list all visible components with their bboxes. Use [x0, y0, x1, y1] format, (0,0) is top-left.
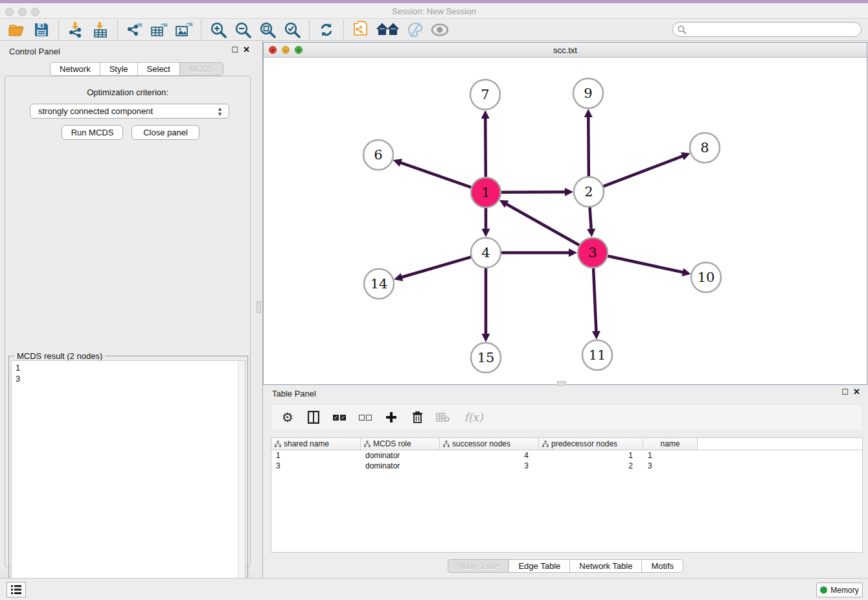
table-cell[interactable]: dominator — [361, 450, 440, 461]
export-image-icon[interactable] — [174, 20, 194, 40]
network-graph[interactable]: 1234678910111415 — [264, 58, 867, 384]
table-cell[interactable]: 1 — [539, 450, 643, 461]
titlebar[interactable]: Session: New Session — [0, 3, 868, 19]
edge-1-6[interactable] — [400, 163, 473, 189]
edge-3-1[interactable] — [505, 203, 580, 246]
tab-node-table[interactable]: Node Table — [448, 559, 509, 573]
task-history-button[interactable] — [6, 582, 26, 597]
result-line: 1 — [16, 362, 245, 373]
delete-icon[interactable] — [409, 409, 426, 426]
function-builder-icon: f(x) — [461, 409, 486, 426]
close-panel-button[interactable]: Close panel — [131, 125, 200, 140]
zoom-selected-icon[interactable] — [282, 20, 303, 40]
network-window-titlebar[interactable]: × − + scc.txt — [264, 43, 867, 58]
close-table-panel-icon[interactable]: ✕ — [853, 387, 860, 396]
network-view-window: × − + scc.txt 1234678910111415 — [263, 42, 867, 385]
divider-grip[interactable] — [257, 301, 261, 313]
table-panel-title: Table Panel — [272, 389, 316, 398]
table-body: 1dominator4113dominator323 — [271, 450, 862, 471]
column-header[interactable]: successor nodes — [440, 438, 539, 450]
main-toolbar — [0, 19, 868, 41]
table-cell[interactable]: 4 — [440, 450, 539, 461]
zoom-out-icon[interactable] — [233, 20, 253, 40]
node-label: 6 — [374, 147, 382, 163]
unchecked-box-icon — [366, 415, 372, 421]
zoom-fit-icon[interactable] — [257, 20, 278, 40]
open-file-icon[interactable] — [6, 20, 27, 40]
edge-arrowhead — [482, 229, 490, 237]
edge-4-14[interactable] — [401, 257, 473, 277]
node-label: 14 — [371, 276, 388, 292]
edge-arrowhead — [592, 331, 600, 340]
tab-edge-table[interactable]: Edge Table — [508, 559, 569, 573]
node-label: 1 — [481, 185, 490, 200]
memory-button[interactable]: Memory — [816, 583, 863, 597]
add-icon[interactable] — [383, 409, 400, 426]
tab-network-table[interactable]: Network Table — [569, 559, 641, 573]
node-label: 11 — [589, 347, 606, 363]
table-row[interactable]: 1dominator411 — [271, 450, 862, 461]
tab-style[interactable]: Style — [100, 62, 137, 76]
edge-2-9[interactable] — [588, 116, 589, 178]
unselect-all-icon[interactable] — [357, 409, 374, 426]
save-session-icon[interactable] — [31, 20, 52, 40]
network-canvas[interactable]: 1234678910111415 — [264, 58, 867, 384]
edge-arrowhead — [569, 249, 577, 257]
tab-motifs[interactable]: Motifs — [641, 559, 683, 573]
toolbar-separator — [117, 20, 118, 40]
run-mcds-button[interactable]: Run MCDS — [62, 125, 123, 140]
search-input[interactable] — [672, 22, 862, 37]
node-label: 4 — [481, 245, 490, 260]
mcds-result-text[interactable]: 1 3 — [11, 360, 246, 594]
table-cell[interactable]: 3 — [440, 461, 539, 471]
edge-arrowhead — [584, 109, 593, 117]
gear-icon[interactable]: ⚙ — [279, 409, 296, 426]
table-cell[interactable]: 3 — [643, 461, 698, 471]
float-table-panel-icon[interactable]: ☐ — [841, 388, 849, 396]
import-table-icon[interactable] — [90, 20, 111, 40]
search-field[interactable] — [672, 22, 862, 37]
column-header-label: name — [660, 439, 680, 448]
horizontal-divider-grip[interactable] — [557, 381, 566, 386]
result-scrollbar[interactable] — [238, 361, 245, 594]
edge-3-10[interactable] — [606, 255, 684, 272]
import-network-icon[interactable] — [65, 20, 86, 40]
edge-1-2[interactable] — [499, 192, 566, 192]
table-cell[interactable]: 3 — [271, 461, 361, 471]
duplicate-network-icon[interactable] — [350, 20, 371, 40]
column-header[interactable]: predecessor nodes — [539, 438, 643, 450]
edge-3-11[interactable] — [593, 266, 597, 332]
memory-status-icon — [820, 586, 827, 594]
column-header-label: MCDS role — [373, 439, 411, 448]
float-panel-icon[interactable]: ☐ — [231, 46, 238, 54]
table-cell[interactable]: 1 — [643, 450, 698, 461]
close-panel-icon[interactable]: ✕ — [243, 45, 250, 54]
column-settings-icon[interactable] — [305, 409, 322, 426]
edge-1-7[interactable] — [485, 117, 486, 179]
edge-2-8[interactable] — [602, 156, 684, 187]
column-header[interactable]: shared name — [271, 438, 361, 450]
export-network-icon[interactable] — [124, 20, 145, 40]
table-row[interactable]: 3dominator323 — [271, 461, 862, 471]
table-cell[interactable]: dominator — [361, 461, 440, 471]
criterion-select[interactable]: strongly connected component ▲▼ — [30, 104, 229, 119]
column-header[interactable]: name — [643, 438, 698, 450]
tab-network[interactable]: Network — [50, 62, 100, 76]
edge-2-3[interactable] — [589, 205, 591, 230]
node-table[interactable]: shared nameMCDS rolesuccessor nodesprede… — [271, 437, 863, 553]
table-cell[interactable]: 2 — [539, 461, 643, 471]
export-table-icon[interactable] — [149, 20, 170, 40]
zoom-in-icon[interactable] — [208, 20, 229, 40]
annotations-icon[interactable] — [405, 20, 426, 40]
select-all-icon[interactable]: ✓ ✓ — [331, 409, 348, 426]
toolbar-separator — [309, 20, 310, 40]
show-hide-icon[interactable] — [429, 20, 450, 40]
column-header[interactable]: MCDS role — [361, 438, 440, 450]
first-neighbors-icon[interactable] — [375, 20, 401, 40]
tab-select[interactable]: Select — [137, 62, 179, 76]
edge-arrowhead — [565, 188, 573, 196]
refresh-icon[interactable] — [316, 20, 337, 40]
table-cell[interactable]: 1 — [271, 450, 361, 461]
tab-mcds[interactable]: MCDS — [179, 62, 223, 76]
vertical-split-divider[interactable] — [255, 41, 263, 578]
